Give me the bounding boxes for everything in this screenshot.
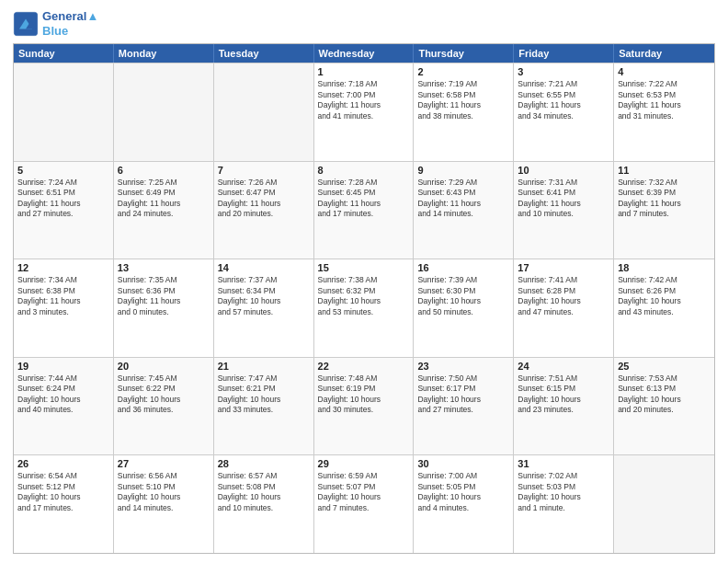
day-number: 24 xyxy=(518,361,609,372)
day-number: 28 xyxy=(218,458,310,469)
day-number: 18 xyxy=(618,262,711,273)
calendar-cell: 26Sunrise: 6:54 AM Sunset: 5:12 PM Dayli… xyxy=(14,455,114,553)
calendar-cell: 21Sunrise: 7:47 AM Sunset: 6:21 PM Dayli… xyxy=(214,358,314,455)
day-number: 5 xyxy=(17,165,109,176)
weekday-header: Wednesday xyxy=(314,44,415,63)
day-number: 13 xyxy=(118,262,210,273)
calendar-row: 12Sunrise: 7:34 AM Sunset: 6:38 PM Dayli… xyxy=(14,259,714,357)
calendar-cell: 28Sunrise: 6:57 AM Sunset: 5:08 PM Dayli… xyxy=(214,455,314,553)
calendar-cell: 8Sunrise: 7:28 AM Sunset: 6:45 PM Daylig… xyxy=(314,162,415,259)
calendar-row: 5Sunrise: 7:24 AM Sunset: 6:51 PM Daylig… xyxy=(14,161,714,259)
calendar-cell: 17Sunrise: 7:41 AM Sunset: 6:28 PM Dayli… xyxy=(514,259,614,357)
day-info: Sunrise: 7:53 AM Sunset: 6:13 PM Dayligh… xyxy=(618,373,711,416)
day-info: Sunrise: 7:22 AM Sunset: 6:53 PM Dayligh… xyxy=(618,79,711,121)
calendar-cell: 4Sunrise: 7:22 AM Sunset: 6:53 PM Daylig… xyxy=(614,63,714,161)
calendar-cell xyxy=(614,455,714,553)
calendar-cell: 13Sunrise: 7:35 AM Sunset: 6:36 PM Dayli… xyxy=(114,259,214,357)
day-number: 9 xyxy=(417,165,509,176)
day-info: Sunrise: 7:00 AM Sunset: 5:05 PM Dayligh… xyxy=(417,471,509,513)
day-number: 2 xyxy=(417,66,509,77)
day-info: Sunrise: 7:47 AM Sunset: 6:21 PM Dayligh… xyxy=(218,373,310,416)
day-number: 19 xyxy=(17,361,109,372)
day-info: Sunrise: 7:21 AM Sunset: 6:55 PM Dayligh… xyxy=(518,79,609,121)
logo-icon xyxy=(13,11,39,37)
day-number: 20 xyxy=(118,361,210,372)
day-info: Sunrise: 7:38 AM Sunset: 6:32 PM Dayligh… xyxy=(318,275,410,317)
calendar-cell: 19Sunrise: 7:44 AM Sunset: 6:24 PM Dayli… xyxy=(14,358,114,455)
day-info: Sunrise: 7:29 AM Sunset: 6:43 PM Dayligh… xyxy=(417,178,509,220)
calendar-cell: 24Sunrise: 7:51 AM Sunset: 6:15 PM Dayli… xyxy=(514,358,614,455)
day-number: 23 xyxy=(417,361,509,372)
day-number: 22 xyxy=(318,361,410,372)
calendar-cell: 14Sunrise: 7:37 AM Sunset: 6:34 PM Dayli… xyxy=(214,259,314,357)
day-info: Sunrise: 7:44 AM Sunset: 6:24 PM Dayligh… xyxy=(17,373,109,416)
day-number: 29 xyxy=(318,458,410,469)
day-number: 25 xyxy=(618,361,711,372)
weekday-header: Tuesday xyxy=(214,44,314,63)
day-number: 4 xyxy=(618,66,711,77)
logo-text: General▲ Blue xyxy=(42,9,98,38)
day-info: Sunrise: 7:24 AM Sunset: 6:51 PM Dayligh… xyxy=(17,178,109,220)
day-number: 26 xyxy=(17,458,109,469)
calendar-header: SundayMondayTuesdayWednesdayThursdayFrid… xyxy=(14,44,714,63)
day-info: Sunrise: 7:42 AM Sunset: 6:26 PM Dayligh… xyxy=(618,275,711,317)
calendar-cell: 25Sunrise: 7:53 AM Sunset: 6:13 PM Dayli… xyxy=(614,358,714,455)
calendar-cell: 10Sunrise: 7:31 AM Sunset: 6:41 PM Dayli… xyxy=(514,162,614,259)
day-number: 3 xyxy=(518,66,609,77)
calendar-cell: 20Sunrise: 7:45 AM Sunset: 6:22 PM Dayli… xyxy=(114,358,214,455)
day-info: Sunrise: 7:51 AM Sunset: 6:15 PM Dayligh… xyxy=(518,373,609,416)
day-number: 16 xyxy=(417,262,509,273)
logo: General▲ Blue xyxy=(13,9,98,38)
day-info: Sunrise: 6:56 AM Sunset: 5:10 PM Dayligh… xyxy=(118,471,210,513)
calendar-cell: 22Sunrise: 7:48 AM Sunset: 6:19 PM Dayli… xyxy=(314,358,415,455)
day-info: Sunrise: 7:02 AM Sunset: 5:03 PM Dayligh… xyxy=(518,471,609,513)
weekday-header: Saturday xyxy=(614,44,714,63)
calendar-cell: 18Sunrise: 7:42 AM Sunset: 6:26 PM Dayli… xyxy=(614,259,714,357)
page-header: General▲ Blue xyxy=(13,9,715,38)
day-number: 8 xyxy=(318,165,410,176)
calendar-cell: 27Sunrise: 6:56 AM Sunset: 5:10 PM Dayli… xyxy=(114,455,214,553)
weekday-header: Thursday xyxy=(414,44,514,63)
day-number: 10 xyxy=(518,165,609,176)
day-number: 11 xyxy=(618,165,711,176)
calendar-row: 19Sunrise: 7:44 AM Sunset: 6:24 PM Dayli… xyxy=(14,357,714,455)
day-number: 14 xyxy=(218,262,310,273)
calendar-cell: 11Sunrise: 7:32 AM Sunset: 6:39 PM Dayli… xyxy=(614,162,714,259)
weekday-header: Monday xyxy=(114,44,214,63)
calendar-cell: 9Sunrise: 7:29 AM Sunset: 6:43 PM Daylig… xyxy=(414,162,514,259)
calendar-cell xyxy=(214,63,314,161)
calendar-cell: 5Sunrise: 7:24 AM Sunset: 6:51 PM Daylig… xyxy=(14,162,114,259)
day-number: 17 xyxy=(518,262,609,273)
day-number: 30 xyxy=(417,458,509,469)
calendar-cell: 3Sunrise: 7:21 AM Sunset: 6:55 PM Daylig… xyxy=(514,63,614,161)
calendar-row: 1Sunrise: 7:18 AM Sunset: 7:00 PM Daylig… xyxy=(14,63,714,161)
day-number: 6 xyxy=(118,165,210,176)
day-info: Sunrise: 7:28 AM Sunset: 6:45 PM Dayligh… xyxy=(318,178,410,220)
weekday-header: Sunday xyxy=(14,44,114,63)
day-info: Sunrise: 6:57 AM Sunset: 5:08 PM Dayligh… xyxy=(218,471,310,513)
day-info: Sunrise: 7:50 AM Sunset: 6:17 PM Dayligh… xyxy=(417,373,509,416)
calendar-cell: 30Sunrise: 7:00 AM Sunset: 5:05 PM Dayli… xyxy=(414,455,514,553)
calendar-cell: 15Sunrise: 7:38 AM Sunset: 6:32 PM Dayli… xyxy=(314,259,415,357)
day-info: Sunrise: 7:35 AM Sunset: 6:36 PM Dayligh… xyxy=(118,275,210,317)
calendar-cell: 2Sunrise: 7:19 AM Sunset: 6:58 PM Daylig… xyxy=(414,63,514,161)
day-info: Sunrise: 7:37 AM Sunset: 6:34 PM Dayligh… xyxy=(218,275,310,317)
calendar-cell: 12Sunrise: 7:34 AM Sunset: 6:38 PM Dayli… xyxy=(14,259,114,357)
day-info: Sunrise: 7:26 AM Sunset: 6:47 PM Dayligh… xyxy=(218,178,310,220)
calendar-cell xyxy=(114,63,214,161)
day-info: Sunrise: 7:45 AM Sunset: 6:22 PM Dayligh… xyxy=(118,373,210,416)
calendar: SundayMondayTuesdayWednesdayThursdayFrid… xyxy=(13,43,715,554)
day-info: Sunrise: 7:41 AM Sunset: 6:28 PM Dayligh… xyxy=(518,275,609,317)
day-info: Sunrise: 7:32 AM Sunset: 6:39 PM Dayligh… xyxy=(618,178,711,220)
day-number: 1 xyxy=(318,66,410,77)
calendar-cell xyxy=(14,63,114,161)
day-info: Sunrise: 7:31 AM Sunset: 6:41 PM Dayligh… xyxy=(518,178,609,220)
day-info: Sunrise: 7:48 AM Sunset: 6:19 PM Dayligh… xyxy=(318,373,410,416)
calendar-row: 26Sunrise: 6:54 AM Sunset: 5:12 PM Dayli… xyxy=(14,454,714,553)
calendar-body: 1Sunrise: 7:18 AM Sunset: 7:00 PM Daylig… xyxy=(14,63,714,553)
day-info: Sunrise: 7:39 AM Sunset: 6:30 PM Dayligh… xyxy=(417,275,509,317)
calendar-cell: 1Sunrise: 7:18 AM Sunset: 7:00 PM Daylig… xyxy=(314,63,415,161)
day-info: Sunrise: 6:54 AM Sunset: 5:12 PM Dayligh… xyxy=(17,471,109,513)
day-number: 27 xyxy=(118,458,210,469)
calendar-cell: 16Sunrise: 7:39 AM Sunset: 6:30 PM Dayli… xyxy=(414,259,514,357)
